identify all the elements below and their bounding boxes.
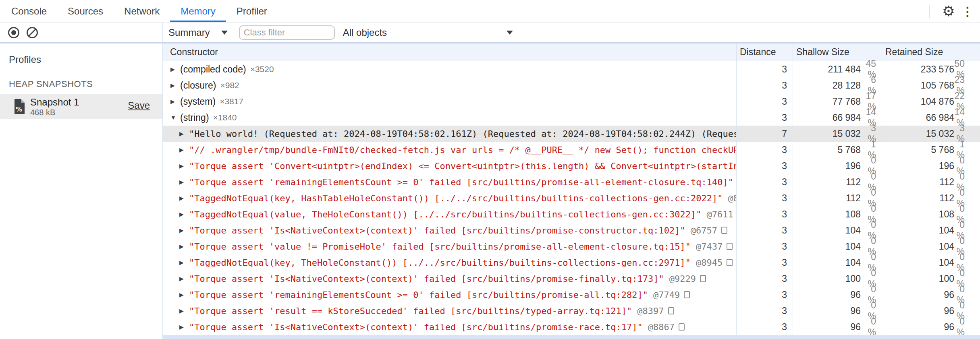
distance-cell: 3: [736, 254, 793, 271]
heap-grid-row[interactable]: ▶ "Torque assert 'Is<NativeContext>(cont…: [163, 271, 980, 287]
tab-memory[interactable]: Memory: [170, 0, 226, 22]
record-circle-icon: [7, 26, 20, 39]
string-value: "// .wrangler/tmp/bundle-FmNIt0/checked-…: [189, 145, 736, 155]
heap-grid-row[interactable]: ▶ "Hello world! (Requested at: 2024-08-1…: [163, 126, 980, 142]
shallow-size-value: 211 484: [793, 64, 861, 75]
distance-cell: 3: [736, 319, 793, 335]
tab-label: Sources: [68, 6, 103, 17]
expand-arrow-icon[interactable]: ▶: [179, 211, 189, 217]
constructor-cell[interactable]: ▶ "Torque assert 'Convert<uintptr>(endIn…: [163, 158, 736, 174]
clear-profiles-button[interactable]: [26, 26, 39, 39]
shallow-size-percent: 0 %: [861, 316, 882, 338]
expand-arrow-icon[interactable]: ▶: [179, 227, 189, 234]
heap-snapshots-section-heading: HEAP SNAPSHOTS: [9, 79, 162, 89]
retained-size-value: 5 768: [882, 145, 954, 155]
heap-grid-row[interactable]: ▶ "TaggedNotEqual(key, TheHoleConstant()…: [163, 254, 980, 271]
distance-cell: 3: [736, 271, 793, 287]
expand-arrow-icon[interactable]: ▶: [179, 291, 189, 298]
heap-grid-row[interactable]: ▶ "Torque assert 'Convert<uintptr>(endIn…: [163, 158, 980, 174]
constructor-cell[interactable]: ▼ (string) ×1840: [163, 110, 736, 126]
expand-arrow-icon[interactable]: ▶: [170, 82, 180, 89]
heap-grid-row[interactable]: ▶ "TaggedNotEqual(value, TheHoleConstant…: [163, 206, 980, 222]
constructor-cell[interactable]: ▶ (compiled code) ×3520: [163, 61, 736, 77]
heap-grid-row[interactable]: ▶ "TaggedNotEqual(key, HashTableHoleCons…: [163, 190, 980, 206]
heap-grid-row[interactable]: ▶ "Torque assert 'result == kStoreSucced…: [163, 303, 980, 319]
column-header-distance[interactable]: Distance: [736, 43, 793, 61]
constructor-cell[interactable]: ▶ "TaggedNotEqual(value, TheHoleConstant…: [163, 206, 736, 222]
shallow-size-value: 104: [793, 257, 861, 268]
tab-profiler[interactable]: Profiler: [226, 0, 278, 22]
save-snapshot-link[interactable]: Save: [128, 100, 150, 111]
heap-grid-row[interactable]: ▶ "Torque assert 'remainingElementsCount…: [163, 287, 980, 303]
chevron-down-icon: [221, 31, 228, 35]
constructor-cell[interactable]: ▶ "Torque assert 'remainingElementsCount…: [163, 287, 736, 303]
constructor-cell[interactable]: ▶ "Torque assert 'value != PromiseHole' …: [163, 238, 736, 254]
heap-grid-row[interactable]: ▶ (system) ×3817 3 77 768 17 % 104 876 2…: [163, 93, 980, 110]
perspective-select[interactable]: Summary: [167, 27, 229, 38]
distance-cell: 3: [736, 93, 793, 110]
tab-label: Network: [124, 6, 160, 17]
expand-arrow-icon[interactable]: ▶: [179, 195, 189, 201]
expand-arrow-icon[interactable]: ▶: [179, 324, 189, 330]
expand-arrow-icon[interactable]: ▶: [179, 308, 189, 314]
distance-cell: 3: [736, 110, 793, 126]
more-options-icon[interactable]: ⋮: [961, 0, 974, 23]
heap-grid-row[interactable]: ▼ (string) ×1840 3 66 984 14 % 66 984 14…: [163, 110, 980, 126]
expand-arrow-icon[interactable]: ▼: [170, 114, 180, 121]
distance-cell: 3: [736, 142, 793, 158]
shallow-size-value: 96: [793, 322, 861, 333]
distance-cell: 3: [736, 190, 793, 206]
tab-sources[interactable]: Sources: [57, 0, 114, 22]
object-id: @7611: [707, 209, 733, 219]
heap-grid-row[interactable]: ▶ "Torque assert 'remainingElementsCount…: [163, 174, 980, 190]
constructor-cell[interactable]: ▶ "Torque assert 'result == kStoreSucced…: [163, 303, 736, 319]
distance-cell: 3: [736, 77, 793, 93]
expand-arrow-icon[interactable]: ▶: [179, 259, 189, 266]
heap-grid-row[interactable]: ▶ (closure) ×982 3 28 128 6 % 105 768 23…: [163, 77, 980, 93]
perspective-label: Summary: [168, 27, 210, 38]
tab-console[interactable]: Console: [1, 0, 57, 22]
instance-count: ×3817: [220, 97, 243, 106]
constructor-cell[interactable]: ▶ "TaggedNotEqual(key, TheHoleConstant()…: [163, 254, 736, 271]
heap-grid-row[interactable]: ▶ "// .wrangler/tmp/bundle-FmNIt0/checke…: [163, 142, 980, 158]
distance-cell: 7: [736, 126, 793, 142]
constructor-cell[interactable]: ▶ "TaggedNotEqual(key, HashTableHoleCons…: [163, 190, 736, 206]
expand-arrow-icon[interactable]: ▶: [179, 147, 189, 153]
object-id: @7437: [696, 242, 723, 252]
constructor-cell[interactable]: ▶ "Torque assert 'Is<NativeContext>(cont…: [163, 271, 736, 287]
constructor-cell[interactable]: ▶ "Hello world! (Requested at: 2024-08-1…: [163, 126, 736, 142]
expand-arrow-icon[interactable]: ▶: [170, 98, 180, 105]
heap-grid-row[interactable]: ▶ "Torque assert 'Is<NativeContext>(cont…: [163, 222, 980, 238]
retained-size-cell: 96 0 %: [882, 319, 980, 335]
expand-arrow-icon[interactable]: ▶: [179, 163, 189, 169]
string-value: "Torque assert 'result == kStoreSucceded…: [189, 306, 632, 316]
heap-grid-row[interactable]: ▶ "Torque assert 'value != PromiseHole' …: [163, 238, 980, 254]
expand-arrow-icon[interactable]: ▶: [179, 130, 189, 137]
constructor-cell[interactable]: ▶ "Torque assert 'Is<NativeContext>(cont…: [163, 222, 736, 238]
constructor-cell[interactable]: ▶ (system) ×3817: [163, 93, 736, 110]
expand-arrow-icon[interactable]: ▶: [179, 275, 189, 282]
retained-size-value: 112: [882, 193, 954, 204]
constructor-cell[interactable]: ▶ (closure) ×982: [163, 77, 736, 93]
constructor-cell[interactable]: ▶ "Torque assert 'Is<NativeContext>(cont…: [163, 319, 736, 335]
shallow-size-value: 15 032: [793, 128, 861, 139]
heap-grid-row[interactable]: ▶ (compiled code) ×3520 3 211 484 45 % 2…: [163, 61, 980, 77]
tab-network[interactable]: Network: [114, 0, 170, 22]
class-filter-input[interactable]: [239, 25, 335, 40]
expand-arrow-icon[interactable]: ▶: [170, 66, 180, 72]
column-header-constructor[interactable]: Constructor: [163, 47, 736, 58]
expand-arrow-icon[interactable]: ▶: [179, 179, 189, 185]
sidebar-item-snapshot-1[interactable]: % Snapshot 1 468 kB Save: [0, 94, 162, 119]
constructor-cell[interactable]: ▶ "Torque assert 'remainingElementsCount…: [163, 174, 736, 190]
distance-cell: 3: [736, 287, 793, 303]
record-heap-snapshot-button[interactable]: [7, 26, 20, 39]
grid-bottom-scrollbar[interactable]: [163, 335, 980, 339]
settings-gear-icon[interactable]: ⚙: [942, 0, 955, 23]
object-id: @9229: [669, 274, 696, 284]
expand-arrow-icon[interactable]: ▶: [179, 243, 189, 250]
string-value: "Torque assert 'Convert<uintptr>(endInde…: [189, 161, 736, 171]
constructor-cell[interactable]: ▶ "// .wrangler/tmp/bundle-FmNIt0/checke…: [163, 142, 736, 158]
objects-filter-select[interactable]: All objects: [341, 27, 515, 38]
heap-grid-row[interactable]: ▶ "Torque assert 'Is<NativeContext>(cont…: [163, 319, 980, 335]
object-id: @8: [728, 193, 736, 203]
